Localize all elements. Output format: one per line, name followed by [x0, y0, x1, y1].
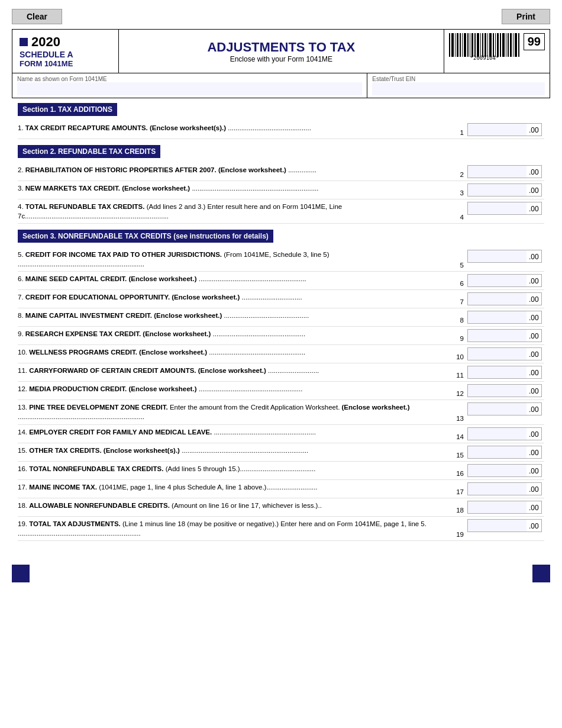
line-18-text: 18. ALLOWABLE NONREFUNDABLE CREDITS. (Am… [18, 501, 452, 510]
form-line-6: 6. MAINE SEED CAPITAL CREDIT. (Enclose w… [18, 272, 544, 290]
line-11-input[interactable] [467, 366, 527, 379]
line-2-input[interactable] [467, 165, 527, 178]
name-label: Name as shown on Form 1041ME [17, 76, 362, 82]
svg-rect-25 [513, 33, 513, 57]
line-16-text: 16. TOTAL NONREFUNDABLE TAX CREDITS. (Ad… [18, 464, 452, 473]
subtitle: Enclose with your Form 1041ME [230, 55, 332, 63]
svg-rect-7 [467, 33, 469, 57]
line-3-label: NEW MARKETS TAX CREDIT. (Enclose workshe… [25, 185, 190, 192]
line-18-label: ALLOWABLE NONREFUNDABLE CREDITS. [29, 502, 170, 509]
line-18-input[interactable] [467, 501, 527, 514]
line-11-label: CARRYFORWARD OF CERTAIN CREDIT AMOUNTS. … [29, 367, 266, 374]
line-19-text: 19. TOTAL TAX ADJUSTMENTS. (Line 1 minus… [18, 519, 452, 538]
line-6-input[interactable] [467, 274, 527, 287]
line-19-cents: .00 [527, 519, 542, 532]
line-14-input[interactable] [467, 427, 527, 440]
clear-button[interactable]: Clear [12, 9, 62, 24]
section1-title: Section 1. TAX ADDITIONS [18, 103, 117, 116]
line-9-input[interactable] [467, 329, 527, 342]
svg-rect-6 [464, 33, 466, 57]
line-10-input[interactable] [467, 347, 527, 360]
line-8-label: MAINE CAPITAL INVESTMENT CREDIT. (Enclos… [25, 312, 222, 319]
svg-rect-10 [474, 33, 476, 57]
svg-rect-14 [485, 33, 486, 57]
form-line-1: 1. TAX CREDIT RECAPTURE AMOUNTS. (Enclos… [18, 121, 544, 139]
line-2-dots: ............... [288, 166, 316, 173]
line-4-text: 4. TOTAL REFUNDABLE TAX CREDITS. (Add li… [18, 202, 452, 221]
line-12-num: 12. [18, 385, 29, 392]
line-1-input[interactable] [467, 123, 527, 136]
header-right: *2009104* 99 [444, 30, 550, 73]
name-ein-row: Name as shown on Form 1041ME Estate/Trus… [12, 73, 550, 98]
svg-rect-17 [493, 33, 494, 57]
line-5-input[interactable] [467, 250, 527, 263]
section3-header: Section 3. NONREFUNDABLE TAX CREDITS (se… [18, 230, 544, 247]
svg-rect-15 [487, 33, 488, 57]
svg-rect-19 [497, 33, 499, 57]
form-line-17: 17. MAINE INCOME TAX. (1041ME, page 1, l… [18, 480, 544, 498]
line-3-input[interactable] [467, 183, 527, 197]
line-17-input[interactable] [467, 482, 527, 495]
line-9-label: RESEARCH EXPENSE TAX CREDIT. (Enclose wo… [25, 330, 211, 337]
main-title: ADJUSTMENTS TO TAX [207, 40, 355, 55]
line-7-dots: ................................ [242, 294, 302, 301]
content-area: Section 1. TAX ADDITIONS 1. TAX CREDIT R… [12, 103, 550, 541]
line-16-amount-box: .00 [467, 464, 544, 477]
section1-header: Section 1. TAX ADDITIONS [18, 103, 544, 121]
line-2-num: 2. [18, 166, 25, 173]
form-line-14: 14. EMPLOYER CREDIT FOR FAMILY AND MEDIC… [18, 425, 544, 443]
line-16-cents: .00 [527, 464, 542, 477]
ein-field: Estate/Trust EIN [367, 73, 550, 98]
line-1-end-num: 1 [452, 129, 464, 136]
line-7-cents: .00 [527, 292, 542, 305]
line-2-text: 2. REHABILITATION OF HISTORIC PROPERTIES… [18, 165, 452, 175]
line-2-cents: .00 [527, 165, 542, 178]
line-3-end-num: 3 [452, 189, 464, 197]
line-16-input[interactable] [467, 464, 527, 477]
line-4-input[interactable] [467, 202, 527, 215]
line-3-text: 3. NEW MARKETS TAX CREDIT. (Enclose work… [18, 183, 452, 193]
line-12-cents: .00 [527, 384, 542, 397]
form-line-4: 4. TOTAL REFUNDABLE TAX CREDITS. (Add li… [18, 199, 544, 224]
line-14-amount-box: .00 [467, 427, 544, 440]
svg-rect-26 [515, 33, 517, 57]
header-row: 2020 SCHEDULE A FORM 1041ME ADJUSTMENTS … [12, 29, 550, 73]
line-8-input[interactable] [467, 311, 527, 324]
svg-rect-23 [508, 33, 509, 57]
line-9-end-num: 9 [452, 335, 464, 342]
line-4-cents: .00 [527, 202, 542, 215]
line-17-amount-box: .00 [467, 482, 544, 495]
line-16-label: TOTAL NONREFUNDABLE TAX CREDITS. [29, 465, 163, 472]
line-12-input[interactable] [467, 384, 527, 397]
line-2-label: REHABILITATION OF HISTORIC PROPERTIES AF… [25, 166, 286, 173]
line-11-dots: ........................... [268, 367, 319, 374]
line-13-num: 13. [18, 404, 29, 411]
line-4-amount-box: .00 [467, 202, 544, 215]
line-19-input[interactable] [467, 519, 527, 532]
barcode-svg: *2009104* [449, 33, 520, 60]
line-15-num: 15. [18, 447, 29, 454]
ein-input[interactable] [372, 82, 545, 95]
form-line-2: 2. REHABILITATION OF HISTORIC PROPERTIES… [18, 163, 544, 181]
line-10-cents: .00 [527, 347, 542, 360]
line-15-dots: ........................................… [182, 447, 308, 454]
name-input[interactable] [17, 82, 362, 95]
line-7-input[interactable] [467, 292, 527, 305]
svg-rect-2 [455, 33, 456, 57]
line-6-cents: .00 [527, 274, 542, 287]
line-14-dots: ........................................… [214, 429, 316, 436]
bottom-decoration [12, 565, 550, 582]
top-bar: Clear Print [12, 9, 550, 24]
svg-rect-11 [477, 33, 479, 57]
line-14-cents: .00 [527, 427, 542, 440]
line-12-amount-box: .00 [467, 384, 544, 397]
line-7-num: 7. [18, 294, 25, 301]
line-6-end-num: 6 [452, 280, 464, 287]
line-15-input[interactable] [467, 446, 527, 459]
line-3-num: 3. [18, 185, 25, 192]
line-13-input[interactable] [467, 402, 527, 415]
line-12-end-num: 12 [452, 390, 464, 397]
print-button[interactable]: Print [502, 9, 550, 24]
svg-rect-27 [518, 33, 519, 57]
line-14-label: EMPLOYER CREDIT FOR FAMILY AND MEDICAL L… [29, 429, 212, 436]
